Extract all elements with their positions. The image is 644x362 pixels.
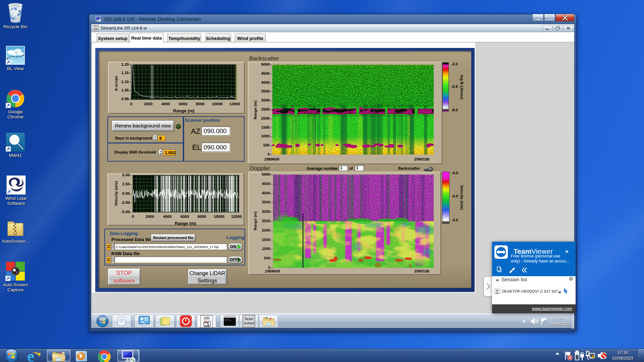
svg-text:e: e (27, 349, 34, 362)
svg-text:Scan: Scan (245, 317, 253, 321)
svg-text:!: ! (593, 356, 594, 359)
svg-text:C:\_: C:\_ (225, 318, 231, 321)
svg-text:XR: XR (204, 316, 210, 321)
svg-text:sched: sched (244, 321, 254, 325)
